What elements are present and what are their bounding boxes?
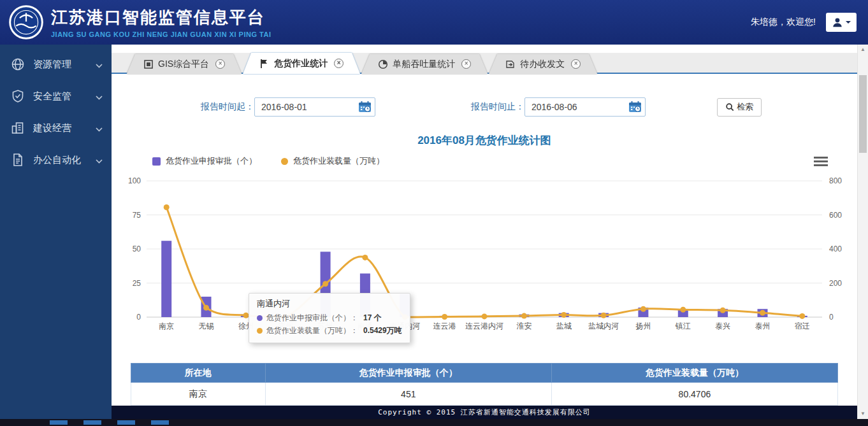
tab-label: 待办收发文 <box>520 59 565 70</box>
svg-text:50: 50 <box>133 245 141 253</box>
date-value: 2016-08-01 <box>261 102 307 112</box>
tooltip-title: 南通内河 <box>257 298 402 309</box>
close-icon[interactable]: × <box>215 59 225 69</box>
svg-text:100: 100 <box>128 176 141 185</box>
sidebar-item-label: 办公自动化 <box>33 154 81 166</box>
page-title: 江苏港口智能监管信息平台 <box>51 6 271 29</box>
taskbar <box>0 419 868 426</box>
calendar-icon[interactable] <box>628 101 642 113</box>
scrollbar-thumb[interactable] <box>859 75 867 153</box>
flag-icon <box>259 59 270 69</box>
user-menu-button[interactable] <box>826 13 857 32</box>
sidebar-item-construction[interactable]: 建设经营 <box>0 112 112 144</box>
legend-item-bar-series[interactable]: 危货作业申报审批（个） <box>152 155 257 167</box>
report-start-label: 报告时间起： <box>201 101 254 113</box>
table-header-load: 危货作业装载量（万吨） <box>551 364 837 383</box>
app-titles: 江苏港口智能监管信息平台 JIANG SU GANG KOU ZHI NENG … <box>51 6 271 38</box>
table-cell-location: 南京 <box>131 383 266 406</box>
report-end-date-input[interactable]: 2016-08-06 <box>524 97 646 117</box>
sidebar-item-label: 资源管理 <box>33 59 71 71</box>
document-icon <box>10 152 25 167</box>
svg-text:0: 0 <box>829 313 834 322</box>
shield-icon <box>10 89 25 104</box>
svg-text:600: 600 <box>829 211 842 220</box>
sidebar: 资源管理 安全监管 建设经营 <box>0 45 112 419</box>
svg-text:宿迁: 宿迁 <box>795 322 810 330</box>
legend-label: 危货作业申报审批（个） <box>166 155 257 167</box>
copyright-text: Copyright © 2015 江苏省新通智能交通科技发展有限公司 <box>378 408 591 416</box>
tab-ship-throughput-stats[interactable]: 单船吞吐量统计 × <box>361 54 488 74</box>
svg-text:盐城: 盐城 <box>556 322 572 330</box>
sidebar-item-safety[interactable]: 安全监管 <box>0 80 112 112</box>
svg-text:连云港内河: 连云港内河 <box>465 322 503 330</box>
taskbar-item[interactable] <box>151 420 169 425</box>
application-window: 江苏港口智能监管信息平台 JIANG SU GANG KOU ZHI NENG … <box>0 0 868 426</box>
date-value: 2016-08-06 <box>532 102 577 112</box>
building-icon <box>10 120 25 136</box>
sidebar-item-office-automation[interactable]: 办公自动化 <box>0 144 112 176</box>
svg-text:盐城内河: 盐城内河 <box>588 322 619 330</box>
close-icon[interactable]: × <box>461 59 471 69</box>
svg-text:800: 800 <box>829 176 842 185</box>
chart-area: 00252005040075600100800南京无锡徐州常州苏州南通南通内河连… <box>121 172 848 331</box>
filter-row: 报告时间起： 2016-08-01 报告时间止： 2 <box>112 97 857 117</box>
close-icon[interactable]: × <box>571 59 581 69</box>
scrollbar[interactable]: ▲ ▼ <box>857 45 868 419</box>
taskbar-item[interactable] <box>83 420 101 425</box>
welcome-text: 朱培德，欢迎您! <box>751 17 816 28</box>
line-series-dot <box>257 328 263 334</box>
search-icon <box>725 103 734 111</box>
hamburger-icon[interactable] <box>814 157 828 168</box>
chevron-down-icon <box>96 59 103 70</box>
tooltip-value: 17 个 <box>363 311 382 324</box>
chart-tooltip: 南通内河 危货作业申报审批（个）： 17 个 危货作业装载量（万吨）： 0.54… <box>249 293 410 343</box>
table-cell-load: 80.4706 <box>551 383 837 406</box>
taskbar-item[interactable] <box>117 420 135 425</box>
svg-text:扬州: 扬州 <box>635 322 651 330</box>
tooltip-label: 危货作业装载量（万吨）： <box>266 324 358 337</box>
table-header-location: 所在地 <box>131 364 266 383</box>
tooltip-value: 0.5429万吨 <box>363 324 402 337</box>
taskbar-item[interactable] <box>50 420 68 425</box>
tooltip-label: 危货作业申报审批（个）： <box>266 311 358 324</box>
svg-text:泰州: 泰州 <box>755 322 770 330</box>
chevron-down-icon <box>96 123 103 134</box>
tab-pending-documents[interactable]: 待办收发文 × <box>489 54 597 74</box>
svg-text:200: 200 <box>829 279 842 288</box>
close-icon[interactable]: × <box>334 59 344 68</box>
scroll-up-arrow-icon[interactable]: ▲ <box>858 45 868 55</box>
bar-series-dot <box>257 315 263 321</box>
scroll-down-arrow-icon[interactable]: ▼ <box>858 409 868 419</box>
tab-dangerous-cargo-stats[interactable]: 危货作业统计 × <box>243 53 360 74</box>
calendar-icon[interactable] <box>358 101 372 113</box>
search-button[interactable]: 检索 <box>717 98 762 117</box>
document-send-icon <box>505 59 516 69</box>
tab-gis-platform[interactable]: GIS综合平台 × <box>127 54 242 74</box>
report-end-label: 报告时间止： <box>471 101 524 113</box>
page-subtitle: JIANG SU GANG KOU ZHI NENG JIAN GUAN XIN… <box>51 31 271 38</box>
chevron-down-icon <box>96 91 103 102</box>
legend-item-line-series[interactable]: 危货作业装载量（万吨） <box>281 155 384 167</box>
sidebar-item-label: 建设经营 <box>33 122 71 134</box>
chart-canvas[interactable]: 00252005040075600100800南京无锡徐州常州苏州南通南通内河连… <box>121 172 848 331</box>
chart-title: 2016年08月危货作业统计图 <box>112 133 857 148</box>
tab-label: 危货作业统计 <box>274 58 328 69</box>
svg-text:25: 25 <box>133 279 141 288</box>
copyright-footer: Copyright © 2015 江苏省新通智能交通科技发展有限公司 <box>112 406 857 419</box>
svg-text:400: 400 <box>829 245 842 253</box>
svg-text:淮安: 淮安 <box>516 322 532 330</box>
svg-text:0: 0 <box>136 313 141 322</box>
chart-legend: 危货作业申报审批（个） 危货作业装载量（万吨） <box>152 155 857 167</box>
svg-text:连云港: 连云港 <box>433 322 456 330</box>
legend-label: 危货作业装载量（万吨） <box>293 155 384 167</box>
pie-chart-icon <box>378 59 388 69</box>
bar-series-swatch <box>152 157 161 166</box>
svg-text:泰兴: 泰兴 <box>715 322 730 330</box>
svg-text:75: 75 <box>133 211 141 220</box>
report-start-date-input[interactable]: 2016-08-01 <box>254 97 375 117</box>
tab-label: 单船吞吐量统计 <box>393 59 455 70</box>
tooltip-row: 危货作业申报审批（个）： 17 个 <box>257 311 402 324</box>
svg-text:镇江: 镇江 <box>675 322 691 330</box>
sidebar-item-resources[interactable]: 资源管理 <box>0 48 112 80</box>
port-logo <box>9 5 43 39</box>
